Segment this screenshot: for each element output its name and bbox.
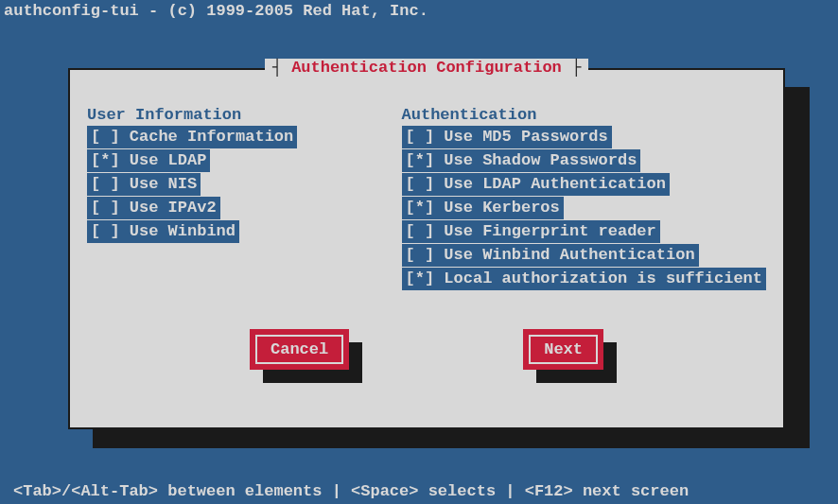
next-button-label: Next: [529, 335, 598, 364]
auth-checkbox-4[interactable]: [ ] Use Fingerprint reader: [402, 220, 660, 243]
auth-checkbox-1[interactable]: [*] Use Shadow Passwords: [402, 149, 641, 172]
next-button-shadow: Next: [523, 329, 603, 370]
user-information-list: [ ] Cache Information[*] Use LDAP[ ] Use…: [87, 126, 383, 244]
user-info-checkbox-1[interactable]: [*] Use LDAP: [87, 149, 210, 172]
auth-checkbox-5[interactable]: [ ] Use Winbind Authentication: [402, 244, 699, 267]
user-info-checkbox-4[interactable]: [ ] Use Winbind: [87, 220, 239, 243]
terminal-window: authconfig-tui - (c) 1999-2005 Red Hat, …: [0, 0, 838, 504]
footer-hint: <Tab>/<Alt-Tab> between elements | <Spac…: [0, 482, 838, 500]
dialog-title: Authentication Configuration: [265, 59, 588, 77]
app-title: authconfig-tui - (c) 1999-2005 Red Hat, …: [0, 0, 838, 22]
next-button[interactable]: Next: [523, 329, 603, 370]
cancel-button[interactable]: Cancel: [250, 329, 349, 370]
auth-checkbox-2[interactable]: [ ] Use LDAP Authentication: [402, 173, 670, 196]
auth-checkbox-6[interactable]: [*] Local authorization is sufficient: [402, 268, 766, 290]
user-info-checkbox-0[interactable]: [ ] Cache Information: [87, 126, 297, 148]
authentication-list: [ ] Use MD5 Passwords[*] Use Shadow Pass…: [402, 126, 766, 291]
auth-checkbox-0[interactable]: [ ] Use MD5 Passwords: [402, 126, 612, 148]
user-info-checkbox-2[interactable]: [ ] Use NIS: [87, 173, 201, 196]
user-info-checkbox-3[interactable]: [ ] Use IPAv2: [87, 197, 220, 219]
cancel-button-label: Cancel: [255, 335, 343, 364]
user-information-column: User Information [ ] Cache Information[*…: [87, 106, 383, 291]
auth-checkbox-3[interactable]: [*] Use Kerberos: [402, 197, 564, 219]
authentication-column: Authentication [ ] Use MD5 Passwords[*] …: [402, 106, 766, 291]
authentication-heading: Authentication: [402, 106, 766, 124]
cancel-button-shadow: Cancel: [250, 329, 349, 370]
user-information-heading: User Information: [87, 106, 383, 124]
auth-config-dialog: Authentication Configuration User Inform…: [68, 68, 785, 429]
